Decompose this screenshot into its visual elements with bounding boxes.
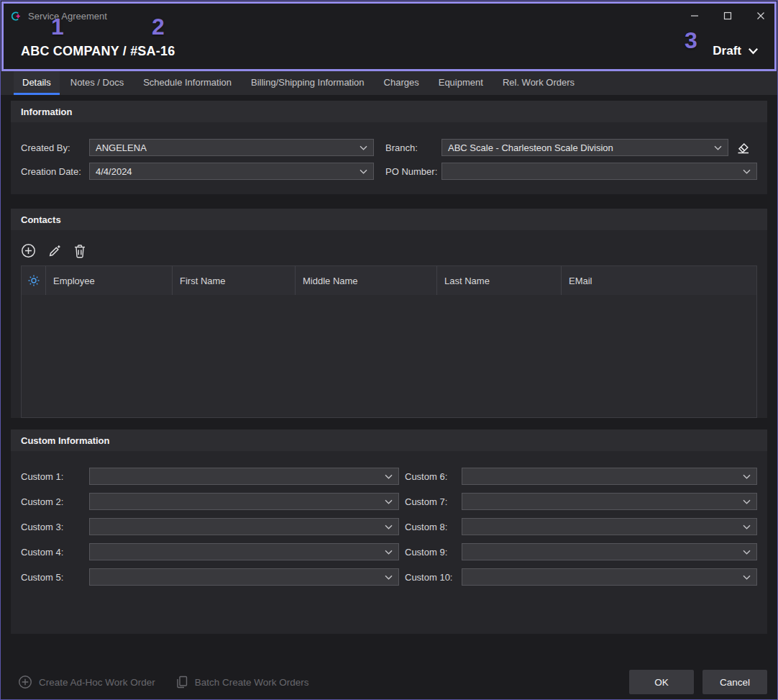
- chevron-down-icon: [738, 474, 751, 479]
- branch-combobox[interactable]: ABC Scale - Charlesteon Scale Division: [441, 139, 728, 156]
- tab-notes-docs[interactable]: Notes / Docs: [62, 71, 132, 95]
- custom-5-label: Custom 5:: [21, 572, 89, 583]
- creation-date-label: Creation Date:: [21, 166, 89, 177]
- custom-3-label: Custom 3:: [21, 522, 89, 532]
- information-section-header: Information: [11, 101, 767, 122]
- column-header-middle-name[interactable]: Middle Name: [296, 266, 437, 295]
- contacts-section-header: Contacts: [11, 209, 767, 230]
- cancel-button[interactable]: Cancel: [703, 670, 767, 694]
- tab-rel-work-orders[interactable]: Rel. Work Orders: [494, 71, 583, 95]
- chevron-down-icon: [738, 524, 751, 529]
- contacts-table: Employee First Name Middle Name Last Nam…: [21, 265, 757, 418]
- column-options-button[interactable]: [22, 266, 46, 295]
- custom-9-combobox[interactable]: [462, 543, 757, 560]
- chevron-down-icon: [380, 474, 393, 479]
- close-button[interactable]: [744, 1, 777, 31]
- chevron-down-icon: [710, 145, 722, 150]
- custom-4-combobox[interactable]: [89, 543, 399, 560]
- chevron-down-icon: [748, 47, 759, 55]
- branch-value: ABC Scale - Charlesteon Scale Division: [448, 142, 613, 153]
- create-adhoc-work-order-button[interactable]: Create Ad-Hoc Work Order: [11, 669, 163, 695]
- custom-10-label: Custom 10:: [405, 572, 462, 583]
- batch-create-work-orders-label: Batch Create Work Orders: [195, 677, 309, 688]
- window-header-region: Service Agreement ABC COMPANY / #SA-16 D…: [1, 1, 777, 71]
- edit-contact-button[interactable]: [47, 244, 62, 258]
- titlebar: Service Agreement: [1, 1, 777, 31]
- delete-contact-button[interactable]: [73, 244, 86, 258]
- wand-icon: [47, 244, 62, 258]
- minimize-button[interactable]: [678, 1, 711, 31]
- tab-schedule-information[interactable]: Schedule Information: [134, 71, 240, 95]
- chevron-down-icon: [738, 499, 751, 504]
- tab-bar: Details Notes / Docs Schedule Informatio…: [1, 71, 777, 95]
- ok-button[interactable]: OK: [629, 670, 694, 694]
- contacts-toolbar: [21, 230, 757, 265]
- contacts-section: Contacts: [11, 209, 767, 418]
- status-dropdown[interactable]: Draft: [713, 44, 759, 58]
- custom-1-label: Custom 1:: [21, 471, 89, 482]
- column-header-email[interactable]: EMail: [562, 266, 756, 295]
- custom-8-combobox[interactable]: [462, 518, 757, 535]
- plus-circle-icon: [21, 243, 36, 258]
- column-header-employee[interactable]: Employee: [46, 266, 173, 295]
- custom-4-label: Custom 4:: [21, 547, 89, 558]
- custom-9-label: Custom 9:: [405, 547, 462, 558]
- add-contact-button[interactable]: [21, 243, 36, 258]
- custom-2-combobox[interactable]: [89, 493, 399, 510]
- clear-branch-button[interactable]: [728, 140, 757, 155]
- creation-date-combobox[interactable]: 4/4/2024: [89, 163, 374, 180]
- created-by-value: ANGELENA: [96, 142, 147, 153]
- custom-1-combobox[interactable]: [89, 468, 399, 485]
- footer-bar: Create Ad-Hoc Work Order Batch Create Wo…: [1, 665, 777, 699]
- custom-10-combobox[interactable]: [462, 568, 757, 586]
- custom-information-section-header: Custom Information: [11, 429, 767, 451]
- custom-6-combobox[interactable]: [462, 468, 757, 485]
- custom-5-combobox[interactable]: [89, 568, 399, 586]
- information-section: Information Created By: ANGELENA Branch:…: [11, 101, 767, 194]
- created-by-label: Created By:: [21, 142, 89, 153]
- plus-circle-icon: [18, 675, 32, 689]
- maximize-button[interactable]: [711, 1, 744, 31]
- tab-equipment[interactable]: Equipment: [430, 71, 492, 95]
- chevron-down-icon: [380, 524, 393, 529]
- column-header-last-name[interactable]: Last Name: [437, 266, 562, 295]
- trash-icon: [73, 244, 86, 258]
- documents-icon: [175, 675, 188, 689]
- po-number-combobox[interactable]: [441, 163, 757, 180]
- chevron-down-icon: [738, 169, 751, 174]
- contacts-table-body: [22, 295, 756, 417]
- chevron-down-icon: [380, 550, 393, 555]
- sun-icon: [27, 274, 40, 287]
- custom-8-label: Custom 8:: [405, 522, 462, 532]
- custom-3-combobox[interactable]: [89, 518, 399, 535]
- branch-label: Branch:: [385, 142, 441, 153]
- chevron-down-icon: [355, 145, 367, 150]
- custom-2-label: Custom 2:: [21, 496, 89, 507]
- window-title: Service Agreement: [28, 11, 107, 22]
- eraser-icon: [735, 140, 751, 155]
- custom-information-section: Custom Information Custom 1: Custom 6: C…: [11, 429, 767, 634]
- custom-7-label: Custom 7:: [405, 496, 462, 507]
- create-adhoc-work-order-label: Create Ad-Hoc Work Order: [39, 677, 155, 688]
- po-number-label: PO Number:: [385, 166, 441, 177]
- custom-6-label: Custom 6:: [405, 471, 462, 482]
- status-label: Draft: [713, 44, 741, 58]
- service-agreement-window: Service Agreement ABC COMPANY / #SA-16 D…: [0, 0, 778, 700]
- column-header-first-name[interactable]: First Name: [173, 266, 296, 295]
- created-by-combobox[interactable]: ANGELENA: [89, 139, 374, 156]
- page-title: ABC COMPANY / #SA-16: [21, 44, 175, 59]
- batch-create-work-orders-button[interactable]: Batch Create Work Orders: [168, 669, 316, 695]
- contacts-table-header: Employee First Name Middle Name Last Nam…: [22, 266, 756, 295]
- window-controls: [678, 1, 777, 31]
- chevron-down-icon: [380, 499, 393, 504]
- chevron-down-icon: [380, 575, 393, 580]
- chevron-down-icon: [738, 575, 751, 580]
- document-header: ABC COMPANY / #SA-16 Draft: [1, 31, 777, 71]
- tab-details[interactable]: Details: [14, 71, 60, 95]
- tab-billing-shipping-information[interactable]: Billing/Shipping Information: [242, 71, 373, 95]
- chevron-down-icon: [355, 169, 367, 174]
- chevron-down-icon: [738, 550, 751, 555]
- app-icon: [9, 10, 22, 22]
- custom-7-combobox[interactable]: [462, 493, 757, 510]
- tab-charges[interactable]: Charges: [375, 71, 428, 95]
